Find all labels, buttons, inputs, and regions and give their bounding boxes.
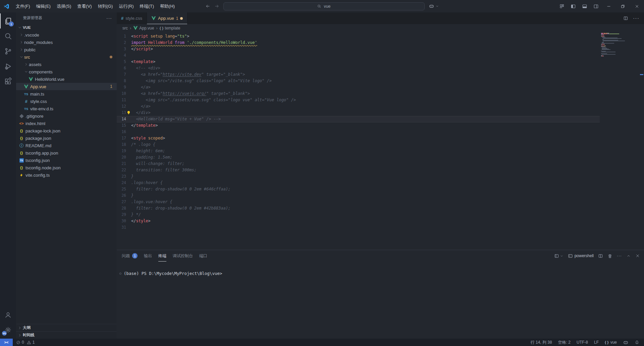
split-editor-icon[interactable] (623, 16, 628, 21)
minimize-button[interactable] (602, 0, 616, 12)
code-line[interactable]: 18/* .logo { (117, 141, 600, 148)
sidebar-section-outline[interactable]: 大纲 (16, 324, 117, 331)
code-editor[interactable]: 1<script setup lang="ts">2import HelloWo… (117, 32, 644, 250)
panel-tab[interactable]: 问题1 (122, 250, 138, 262)
file-tree-item[interactable]: .gitignore (16, 112, 117, 120)
file-tree-item[interactable]: TSvite-env.d.ts (16, 105, 117, 112)
file-tree-item[interactable]: TStsconfig.json (16, 157, 117, 164)
file-tree-item[interactable]: vite.config.ts (16, 171, 117, 179)
panel-tab[interactable]: 调试控制台 (173, 250, 193, 262)
toggle-panel-icon[interactable] (579, 1, 590, 11)
file-tree-item[interactable]: {}package-lock.json (16, 127, 117, 134)
breadcrumb-item[interactable]: src (122, 26, 128, 31)
project-section-header[interactable]: VUE (16, 23, 117, 31)
customize-layout-icon[interactable] (556, 1, 568, 11)
more-actions-icon[interactable]: ··· (617, 253, 622, 258)
code-line[interactable]: 10<a href="https://vuejs.org/" target="_… (117, 91, 600, 97)
terminal[interactable]: (base) PS D:\Mycode\MyProject\Blog\vue> (117, 262, 644, 276)
file-tree-item[interactable]: iREADME.md (16, 142, 117, 149)
code-line[interactable]: 31 (117, 224, 600, 231)
remote-indicator[interactable]: >< (0, 339, 13, 346)
code-line[interactable]: 21will-change: filter; (117, 161, 600, 167)
code-line[interactable]: 2import HelloWorld from './components/He… (117, 40, 600, 46)
language-mode[interactable]: { } vue (605, 340, 617, 345)
activity-settings-icon[interactable]: VU (0, 322, 16, 337)
notifications-bell-icon[interactable] (635, 340, 639, 345)
panel-tab[interactable]: 终端 (158, 250, 166, 262)
copilot-button[interactable] (429, 3, 439, 9)
file-tree-item[interactable]: #style.css (16, 98, 117, 105)
menu-item[interactable]: 编辑(E) (33, 2, 54, 10)
code-line[interactable]: 13</div> (117, 110, 600, 116)
code-line[interactable]: 27.logo.vue:hover { (117, 199, 600, 205)
problems-status[interactable]: 0 1 (16, 340, 35, 345)
code-line[interactable]: 24.logo:hover { (117, 180, 600, 186)
activity-run-debug-icon[interactable] (0, 59, 16, 74)
panel-tab[interactable]: 端口 (199, 250, 207, 262)
editor-tab-style.css[interactable]: #style.css (117, 12, 147, 24)
file-tree-item[interactable]: public (16, 46, 117, 53)
eol-status[interactable]: LF (594, 340, 599, 345)
code-line[interactable]: 23} (117, 173, 600, 180)
file-tree-item[interactable]: components (16, 68, 117, 75)
encoding-status[interactable]: UTF-8 (577, 340, 588, 345)
file-tree-item[interactable]: .vscode (16, 31, 117, 39)
close-button[interactable] (630, 0, 644, 12)
activity-source-control-icon[interactable] (0, 44, 16, 59)
file-tree-item[interactable]: TSmain.ts (16, 90, 117, 98)
code-line[interactable]: 15</template> (117, 122, 600, 129)
code-line[interactable]: 17<style scoped> (117, 135, 600, 141)
search-input[interactable]: vue (223, 2, 425, 10)
terminal-list-item[interactable]: powershell (568, 253, 594, 258)
menu-item[interactable]: 帮助(H) (157, 2, 178, 10)
file-tree-item[interactable]: {}package.json (16, 134, 117, 142)
indentation-status[interactable]: 空格: 2 (558, 340, 571, 345)
code-line[interactable]: 22transition: filter 300ms; (117, 167, 600, 173)
restore-button[interactable] (616, 0, 630, 12)
code-line[interactable]: 30</style> (117, 218, 600, 224)
maximize-panel-icon[interactable] (626, 253, 631, 258)
dirty-indicator[interactable] (180, 17, 183, 20)
code-line[interactable]: 25filter: drop-shadow(0 0 2em #646cffaa)… (117, 186, 600, 192)
code-line[interactable]: 11<img src="./assets/vue.svg" class="log… (117, 97, 600, 103)
close-panel-icon[interactable] (635, 253, 640, 258)
code-line[interactable]: 7<a href="https://vite.dev" target="_bla… (117, 71, 600, 78)
file-tree-item[interactable]: node_modules (16, 39, 117, 46)
more-actions-icon[interactable]: ··· (633, 15, 639, 21)
more-actions-icon[interactable]: ··· (106, 15, 112, 21)
code-line[interactable]: 5<template> (117, 59, 600, 65)
file-tree-item[interactable]: {}tsconfig.app.json (16, 149, 117, 157)
minimap[interactable] (601, 33, 639, 57)
code-line[interactable]: 1<script setup lang="ts"> (117, 33, 600, 40)
split-terminal-icon[interactable] (598, 253, 603, 258)
toggle-secondary-sidebar-icon[interactable] (590, 1, 602, 11)
breadcrumb-item[interactable]: App.vue (133, 26, 154, 31)
activity-explorer-icon[interactable]: 1 (0, 13, 16, 28)
menu-item[interactable]: 转到(G) (95, 2, 116, 10)
file-tree-item[interactable]: HelloWorld.vue (16, 75, 117, 83)
file-tree-item[interactable]: assets (16, 61, 117, 68)
editor-tab-App.vue[interactable]: App.vue1 (147, 12, 187, 24)
breadcrumb-item[interactable]: { }template (160, 26, 180, 31)
code-line[interactable]: 20padding: 1.5em; (117, 154, 600, 161)
back-icon[interactable] (205, 4, 210, 9)
activity-accounts-icon[interactable] (0, 307, 16, 322)
editor-scrollbar[interactable] (639, 32, 644, 250)
code-line[interactable]: 26} (117, 192, 600, 199)
forward-icon[interactable] (214, 4, 219, 9)
code-line[interactable]: 19height: 6em; (117, 148, 600, 154)
file-tree-item[interactable]: <>index.html (16, 120, 117, 127)
kill-terminal-icon[interactable] (607, 253, 612, 258)
panel-tab[interactable]: 输出 (144, 250, 152, 262)
menu-item[interactable]: 文件(F) (13, 2, 33, 10)
code-line[interactable]: 8<img src="/vite.svg" class="logo" alt="… (117, 78, 600, 84)
menu-item[interactable]: 终端(T) (137, 2, 157, 10)
toggle-sidebar-icon[interactable] (568, 1, 579, 11)
code-line[interactable]: 12</a> (117, 103, 600, 110)
cursor-position[interactable]: 行 14, 列 38 (531, 340, 552, 345)
code-line[interactable]: 28filter: drop-shadow(0 0 2em #42b883aa)… (117, 205, 600, 212)
code-line[interactable]: 9</a> (117, 84, 600, 91)
code-line[interactable]: 6<!-- <div> (117, 65, 600, 71)
new-terminal-button[interactable] (554, 253, 564, 258)
code-line[interactable]: 4 (117, 52, 600, 59)
